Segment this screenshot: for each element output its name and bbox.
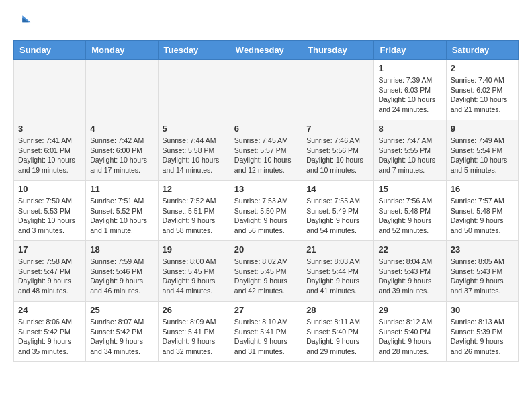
calendar-cell: 28Sunrise: 8:11 AM Sunset: 5:40 PM Dayli… xyxy=(302,302,374,362)
day-info: Sunrise: 8:11 AM Sunset: 5:40 PM Dayligh… xyxy=(306,317,369,357)
day-info: Sunrise: 7:40 AM Sunset: 6:02 PM Dayligh… xyxy=(451,75,514,115)
week-row-5: 24Sunrise: 8:06 AM Sunset: 5:42 PM Dayli… xyxy=(14,302,519,362)
day-number: 23 xyxy=(451,244,514,255)
calendar-cell xyxy=(302,60,374,120)
page-header xyxy=(13,13,519,34)
day-info: Sunrise: 8:13 AM Sunset: 5:39 PM Dayligh… xyxy=(451,317,514,357)
day-number: 3 xyxy=(18,124,81,134)
day-number: 9 xyxy=(451,124,514,134)
day-info: Sunrise: 7:39 AM Sunset: 6:03 PM Dayligh… xyxy=(378,75,441,115)
day-number: 18 xyxy=(90,244,153,255)
week-row-2: 3Sunrise: 7:41 AM Sunset: 6:01 PM Daylig… xyxy=(14,120,519,181)
day-number: 27 xyxy=(234,305,298,315)
calendar-cell: 30Sunrise: 8:13 AM Sunset: 5:39 PM Dayli… xyxy=(446,302,518,362)
weekday-header-tuesday: Tuesday xyxy=(158,41,230,60)
calendar-cell xyxy=(14,60,86,120)
day-info: Sunrise: 8:00 AM Sunset: 5:45 PM Dayligh… xyxy=(163,257,226,296)
day-number: 6 xyxy=(234,124,298,134)
calendar-cell: 1Sunrise: 7:39 AM Sunset: 6:03 PM Daylig… xyxy=(374,60,446,120)
day-info: Sunrise: 8:03 AM Sunset: 5:44 PM Dayligh… xyxy=(306,257,369,296)
calendar-cell: 27Sunrise: 8:10 AM Sunset: 5:41 PM Dayli… xyxy=(230,302,302,362)
calendar-cell: 15Sunrise: 7:56 AM Sunset: 5:48 PM Dayli… xyxy=(374,181,446,241)
calendar-cell: 8Sunrise: 7:47 AM Sunset: 5:55 PM Daylig… xyxy=(374,120,446,181)
day-number: 12 xyxy=(163,184,226,194)
weekday-header-row: SundayMondayTuesdayWednesdayThursdayFrid… xyxy=(14,41,519,60)
day-info: Sunrise: 7:55 AM Sunset: 5:49 PM Dayligh… xyxy=(306,196,369,236)
week-row-1: 1Sunrise: 7:39 AM Sunset: 6:03 PM Daylig… xyxy=(14,60,519,120)
day-number: 20 xyxy=(234,244,298,255)
calendar-cell: 16Sunrise: 7:57 AM Sunset: 5:48 PM Dayli… xyxy=(446,181,518,241)
calendar-cell: 5Sunrise: 7:44 AM Sunset: 5:58 PM Daylig… xyxy=(158,120,230,181)
day-info: Sunrise: 8:04 AM Sunset: 5:43 PM Dayligh… xyxy=(378,257,441,296)
logo-icon xyxy=(13,13,34,34)
calendar-cell: 12Sunrise: 7:52 AM Sunset: 5:51 PM Dayli… xyxy=(158,181,230,241)
calendar-cell: 11Sunrise: 7:51 AM Sunset: 5:52 PM Dayli… xyxy=(86,181,158,241)
calendar-cell: 17Sunrise: 7:58 AM Sunset: 5:47 PM Dayli… xyxy=(14,241,86,302)
day-info: Sunrise: 7:56 AM Sunset: 5:48 PM Dayligh… xyxy=(378,196,441,236)
day-number: 1 xyxy=(378,63,441,73)
day-number: 24 xyxy=(18,305,81,315)
calendar-cell: 20Sunrise: 8:02 AM Sunset: 5:45 PM Dayli… xyxy=(230,241,302,302)
day-number: 29 xyxy=(378,305,441,315)
calendar-cell: 18Sunrise: 7:59 AM Sunset: 5:46 PM Dayli… xyxy=(86,241,158,302)
weekday-header-thursday: Thursday xyxy=(302,41,374,60)
day-number: 22 xyxy=(378,244,441,255)
day-number: 5 xyxy=(163,124,226,134)
day-info: Sunrise: 8:07 AM Sunset: 5:42 PM Dayligh… xyxy=(90,317,153,357)
calendar-cell: 24Sunrise: 8:06 AM Sunset: 5:42 PM Dayli… xyxy=(14,302,86,362)
weekday-header-sunday: Sunday xyxy=(14,41,86,60)
week-row-3: 10Sunrise: 7:50 AM Sunset: 5:53 PM Dayli… xyxy=(14,181,519,241)
calendar-table: SundayMondayTuesdayWednesdayThursdayFrid… xyxy=(13,40,519,362)
calendar-cell: 23Sunrise: 8:05 AM Sunset: 5:43 PM Dayli… xyxy=(446,241,518,302)
day-info: Sunrise: 7:51 AM Sunset: 5:52 PM Dayligh… xyxy=(90,196,153,236)
calendar-cell: 10Sunrise: 7:50 AM Sunset: 5:53 PM Dayli… xyxy=(14,181,86,241)
week-row-4: 17Sunrise: 7:58 AM Sunset: 5:47 PM Dayli… xyxy=(14,241,519,302)
calendar-cell: 7Sunrise: 7:46 AM Sunset: 5:56 PM Daylig… xyxy=(302,120,374,181)
day-number: 7 xyxy=(306,124,369,134)
day-info: Sunrise: 7:50 AM Sunset: 5:53 PM Dayligh… xyxy=(18,196,81,236)
weekday-header-friday: Friday xyxy=(374,41,446,60)
calendar-cell: 14Sunrise: 7:55 AM Sunset: 5:49 PM Dayli… xyxy=(302,181,374,241)
day-number: 19 xyxy=(163,244,226,255)
day-info: Sunrise: 8:09 AM Sunset: 5:41 PM Dayligh… xyxy=(163,317,226,357)
day-number: 30 xyxy=(451,305,514,315)
day-info: Sunrise: 7:46 AM Sunset: 5:56 PM Dayligh… xyxy=(306,136,369,175)
calendar-cell: 6Sunrise: 7:45 AM Sunset: 5:57 PM Daylig… xyxy=(230,120,302,181)
day-number: 4 xyxy=(90,124,153,134)
day-number: 28 xyxy=(306,305,369,315)
day-number: 2 xyxy=(451,63,514,73)
day-info: Sunrise: 7:45 AM Sunset: 5:57 PM Dayligh… xyxy=(234,136,298,175)
calendar-cell xyxy=(86,60,158,120)
calendar-cell xyxy=(158,60,230,120)
day-number: 15 xyxy=(378,184,441,194)
day-number: 10 xyxy=(18,184,81,194)
day-info: Sunrise: 8:12 AM Sunset: 5:40 PM Dayligh… xyxy=(378,317,441,357)
day-info: Sunrise: 8:06 AM Sunset: 5:42 PM Dayligh… xyxy=(18,317,81,357)
calendar-cell: 3Sunrise: 7:41 AM Sunset: 6:01 PM Daylig… xyxy=(14,120,86,181)
day-info: Sunrise: 7:53 AM Sunset: 5:50 PM Dayligh… xyxy=(234,196,298,236)
day-info: Sunrise: 7:42 AM Sunset: 6:00 PM Dayligh… xyxy=(90,136,153,175)
day-info: Sunrise: 8:05 AM Sunset: 5:43 PM Dayligh… xyxy=(451,257,514,296)
day-number: 25 xyxy=(90,305,153,315)
logo xyxy=(13,13,35,34)
day-number: 26 xyxy=(163,305,226,315)
day-number: 8 xyxy=(378,124,441,134)
calendar-cell: 26Sunrise: 8:09 AM Sunset: 5:41 PM Dayli… xyxy=(158,302,230,362)
day-info: Sunrise: 7:59 AM Sunset: 5:46 PM Dayligh… xyxy=(90,257,153,296)
calendar-cell: 9Sunrise: 7:49 AM Sunset: 5:54 PM Daylig… xyxy=(446,120,518,181)
day-number: 21 xyxy=(306,244,369,255)
day-info: Sunrise: 7:52 AM Sunset: 5:51 PM Dayligh… xyxy=(163,196,226,236)
calendar-cell: 4Sunrise: 7:42 AM Sunset: 6:00 PM Daylig… xyxy=(86,120,158,181)
day-info: Sunrise: 7:47 AM Sunset: 5:55 PM Dayligh… xyxy=(378,136,441,175)
calendar-cell xyxy=(230,60,302,120)
day-info: Sunrise: 7:57 AM Sunset: 5:48 PM Dayligh… xyxy=(451,196,514,236)
calendar-cell: 25Sunrise: 8:07 AM Sunset: 5:42 PM Dayli… xyxy=(86,302,158,362)
day-number: 16 xyxy=(451,184,514,194)
day-info: Sunrise: 7:44 AM Sunset: 5:58 PM Dayligh… xyxy=(163,136,226,175)
weekday-header-wednesday: Wednesday xyxy=(230,41,302,60)
day-number: 17 xyxy=(18,244,81,255)
calendar-cell: 19Sunrise: 8:00 AM Sunset: 5:45 PM Dayli… xyxy=(158,241,230,302)
calendar-cell: 29Sunrise: 8:12 AM Sunset: 5:40 PM Dayli… xyxy=(374,302,446,362)
day-number: 11 xyxy=(90,184,153,194)
weekday-header-monday: Monday xyxy=(86,41,158,60)
